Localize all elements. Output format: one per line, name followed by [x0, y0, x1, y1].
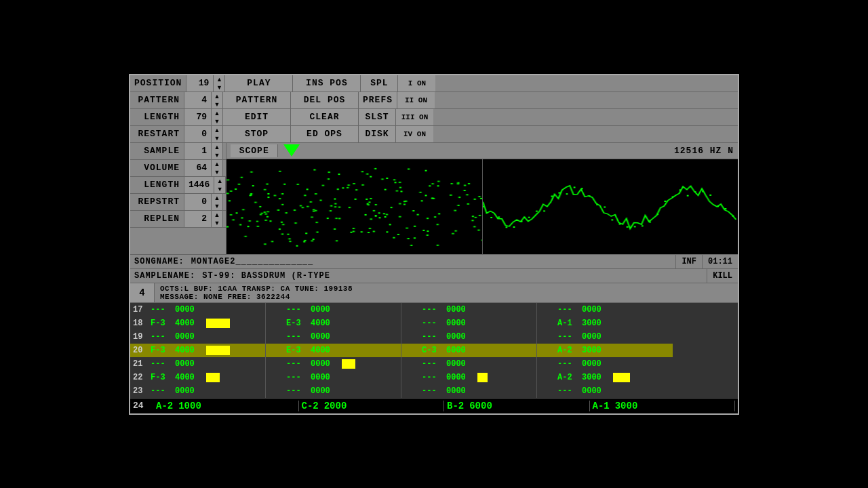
tracker-row[interactable]: ---0000: [401, 303, 536, 317]
length-row: LENGTH 79 ▲ ▼ EDIT CLEAR SLST III ON: [130, 109, 738, 126]
tracker-bottom-cell-2[interactable]: B-26000: [444, 401, 590, 411]
tracker-row[interactable]: A-13000: [537, 317, 673, 330]
tracker-row[interactable]: ---0000: [401, 371, 536, 384]
tracker-row-vel: 0000: [582, 386, 612, 396]
sample-name-value: ST-99: BASSDRUM (R-TYPE: [199, 269, 707, 283]
repstrt-down[interactable]: ▼: [212, 202, 222, 210]
tracker-row[interactable]: ---0000: [401, 330, 536, 344]
repstrt-up[interactable]: ▲: [212, 194, 222, 202]
tracker-row[interactable]: A-23000: [537, 344, 673, 357]
tracker-row[interactable]: 17---0000: [130, 303, 265, 317]
tracker-row[interactable]: ---0000: [266, 357, 401, 371]
del-pos-button[interactable]: DEL POS: [291, 92, 359, 108]
cursor-arrow-icon: [283, 144, 300, 157]
prefs-button[interactable]: PREFS: [359, 92, 397, 108]
tracker-row[interactable]: E-34000: [266, 344, 401, 357]
pattern-up[interactable]: ▲: [212, 92, 222, 100]
length-down[interactable]: ▼: [212, 117, 222, 125]
tracker-row[interactable]: ---0000: [401, 317, 536, 330]
volume-up[interactable]: ▲: [212, 160, 222, 168]
clear-button[interactable]: CLEAR: [291, 109, 359, 125]
tracker-bottom-cell-0[interactable]: A-21000: [153, 401, 299, 411]
replen-down[interactable]: ▼: [212, 219, 222, 227]
length-param-down[interactable]: ▼: [214, 185, 225, 193]
ins-pos-button[interactable]: INS POS: [293, 75, 361, 92]
tracker-row[interactable]: ---0000: [401, 384, 536, 398]
tracker-row-vel: 4000: [311, 346, 340, 355]
tracker-row[interactable]: 19---0000: [130, 330, 265, 344]
tracker-row[interactable]: C-36000: [401, 344, 536, 357]
tracker-row-note: ---: [151, 386, 175, 396]
on-4[interactable]: IV ON: [396, 126, 433, 142]
scope-button[interactable]: SCOPE: [231, 144, 278, 157]
tracker-row[interactable]: 23---0000: [130, 384, 265, 398]
length-arrows[interactable]: ▲ ▼: [212, 109, 223, 125]
tracker-row-vel: 0000: [311, 332, 340, 342]
tracker-row[interactable]: ---0000: [537, 357, 673, 371]
restart-arrows[interactable]: ▲ ▼: [212, 126, 223, 142]
repstrt-arrows[interactable]: ▲ ▼: [212, 194, 223, 210]
tracker-row-vel: 0000: [446, 305, 476, 314]
spl-button[interactable]: SPL: [361, 75, 398, 92]
tracker-row[interactable]: ---0000: [537, 384, 673, 398]
scope-freq: 12516 HZ N: [305, 146, 734, 156]
position-down[interactable]: ▼: [214, 83, 224, 92]
on-3[interactable]: III ON: [396, 109, 433, 125]
sample-arrows[interactable]: ▲ ▼: [212, 143, 223, 159]
tracker-row[interactable]: ---0000: [537, 330, 673, 344]
tracker-row[interactable]: ---0000: [266, 371, 401, 384]
sample-up[interactable]: ▲: [212, 143, 222, 151]
tracker-row[interactable]: ---0000: [266, 303, 401, 317]
tracker-row[interactable]: ---0000: [401, 357, 536, 371]
tracker-row[interactable]: A-23000: [537, 371, 673, 384]
position-up[interactable]: ▲: [214, 75, 224, 83]
length-param-value: 1446: [184, 177, 214, 193]
position-arrows[interactable]: ▲ ▼: [214, 75, 225, 92]
pattern-arrows[interactable]: ▲ ▼: [212, 92, 223, 108]
tracker-bottom-cell-3[interactable]: A-13000: [590, 401, 736, 411]
tracker-row-vel: 0000: [582, 359, 612, 369]
tracker-row[interactable]: E-34000: [266, 317, 401, 330]
sample-down[interactable]: ▼: [212, 151, 222, 159]
tracker-row[interactable]: 21---0000: [130, 357, 265, 371]
tracker-row-vel: 0000: [311, 373, 340, 382]
bottom-vel: 3000: [615, 401, 638, 411]
length-up[interactable]: ▲: [212, 109, 222, 117]
restart-down[interactable]: ▼: [212, 134, 222, 142]
tracker-row-vel: 0000: [582, 305, 612, 314]
tracker-row[interactable]: ---0000: [537, 303, 673, 317]
kill-button[interactable]: KILL: [707, 269, 738, 283]
edit-button[interactable]: EDIT: [223, 109, 291, 125]
tracker-row[interactable]: 22F-34000: [130, 371, 265, 384]
replen-arrows[interactable]: ▲ ▼: [212, 211, 223, 227]
restart-up[interactable]: ▲: [212, 126, 222, 134]
pattern-button[interactable]: PATTERN: [223, 92, 291, 108]
restart-value: 0: [184, 126, 212, 142]
tracker-row[interactable]: 20F-34000: [130, 344, 265, 357]
tracker-col-0: 17---000018F-3400019---000020F-3400021--…: [130, 303, 266, 398]
volume-down[interactable]: ▼: [212, 168, 222, 176]
disk-button[interactable]: DISK: [359, 126, 396, 142]
length-param-arrows[interactable]: ▲ ▼: [214, 177, 226, 193]
on-2[interactable]: II ON: [397, 92, 435, 108]
tracker-row-vel: 0000: [311, 305, 340, 314]
tracker-col-3: ---0000A-13000---0000A-23000---0000A-230…: [537, 303, 673, 398]
slst-button[interactable]: SLST: [359, 109, 396, 125]
length-param-up[interactable]: ▲: [214, 177, 225, 185]
pattern-down[interactable]: ▼: [212, 100, 222, 108]
stop-button[interactable]: STOP: [223, 126, 291, 142]
ed-ops-button[interactable]: ED OPS: [291, 126, 359, 142]
tracker-row[interactable]: ---0000: [266, 330, 401, 344]
play-button[interactable]: PLAY: [225, 75, 293, 92]
tracker-row-bar: [206, 373, 220, 382]
volume-arrows[interactable]: ▲ ▼: [212, 160, 223, 176]
tracker-row[interactable]: ---0000: [266, 384, 401, 398]
bottom-vel: 1000: [178, 401, 201, 411]
tracker-bottom-cell-1[interactable]: C-22000: [299, 401, 445, 411]
tracker-row-num: 18: [133, 319, 151, 328]
replen-up[interactable]: ▲: [212, 211, 222, 219]
on-1[interactable]: I ON: [398, 75, 435, 92]
tracker-row-note: ---: [422, 305, 446, 314]
tracker-row-vel: 0000: [175, 332, 205, 342]
tracker-row[interactable]: 18F-34000: [130, 317, 265, 330]
